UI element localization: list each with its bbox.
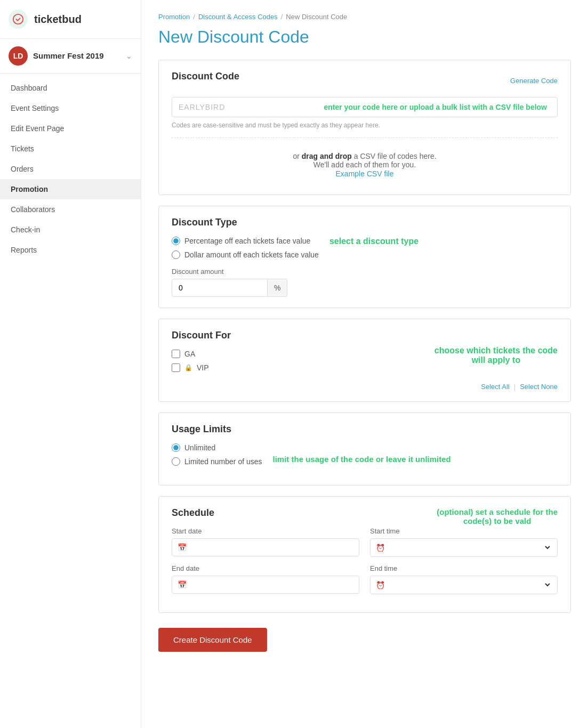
schedule-card: Schedule (optional) set a schedule for t… bbox=[158, 496, 571, 613]
end-time-select[interactable] bbox=[389, 580, 552, 589]
sidebar-item-dashboard[interactable]: Dashboard bbox=[0, 78, 141, 98]
generate-code-link[interactable]: Generate Code bbox=[510, 77, 558, 85]
usage-limited-radio[interactable] bbox=[172, 457, 180, 466]
schedule-title: Schedule bbox=[172, 507, 437, 519]
start-date-label: Start date bbox=[172, 527, 359, 535]
sidebar-nav: Dashboard Event Settings Edit Event Page… bbox=[0, 74, 141, 264]
end-date-input[interactable] bbox=[191, 581, 353, 589]
schedule-header-row: Schedule (optional) set a schedule for t… bbox=[172, 507, 558, 527]
discount-for-top: Discount For GA 🔒 VIP choose which ticke… bbox=[172, 330, 558, 378]
start-time-group: Start time ⏰ bbox=[370, 527, 558, 557]
ticket-checkbox-group: GA 🔒 VIP bbox=[172, 350, 424, 372]
discount-type-percentage[interactable]: Percentage off each tickets face value bbox=[172, 237, 319, 245]
start-time-select[interactable] bbox=[389, 543, 552, 552]
start-time-input-wrapper: ⏰ bbox=[370, 538, 558, 557]
sidebar-item-collaborators[interactable]: Collaborators bbox=[0, 199, 141, 220]
select-all-link[interactable]: Select All bbox=[481, 383, 509, 391]
select-links-sep: | bbox=[514, 383, 515, 391]
breadcrumb-promotion[interactable]: Promotion bbox=[158, 13, 190, 21]
discount-type-hint: select a discount type bbox=[329, 237, 418, 246]
discount-type-dollar[interactable]: Dollar amount off each tickets face valu… bbox=[172, 250, 319, 259]
ticket-ga-checkbox[interactable] bbox=[172, 350, 180, 358]
start-date-input[interactable] bbox=[191, 544, 353, 552]
code-note: Codes are case-sensitive and must be typ… bbox=[172, 122, 558, 129]
ticket-vip-label: VIP bbox=[197, 363, 209, 372]
end-time-input-wrapper: ⏰ bbox=[370, 576, 558, 594]
discount-code-input[interactable] bbox=[172, 97, 558, 117]
csv-post: a CSV file of codes here. bbox=[352, 152, 437, 160]
discount-amount-group: Discount amount % bbox=[172, 268, 558, 297]
usage-limited[interactable]: Limited number of uses bbox=[172, 457, 262, 466]
usage-limits-title: Usage Limits bbox=[172, 424, 558, 435]
select-links: Select All | Select None bbox=[172, 383, 558, 391]
end-time-group: End time ⏰ bbox=[370, 564, 558, 594]
ticket-ga-label: GA bbox=[184, 350, 195, 358]
sidebar-item-check-in[interactable]: Check-in bbox=[0, 220, 141, 240]
end-date-input-wrapper: 📅 bbox=[172, 576, 359, 594]
event-chevron-icon[interactable]: ⌄ bbox=[126, 52, 132, 60]
select-none-link[interactable]: Select None bbox=[520, 383, 558, 391]
date-row-start: Start date 📅 Start time ⏰ bbox=[172, 527, 558, 557]
usage-unlimited-radio[interactable] bbox=[172, 443, 180, 452]
start-date-input-wrapper: 📅 bbox=[172, 538, 359, 556]
csv-sub: We'll add each of them for you. bbox=[172, 160, 558, 169]
usage-unlimited[interactable]: Unlimited bbox=[172, 443, 262, 452]
discount-type-title: Discount Type bbox=[172, 217, 558, 228]
ticket-ga[interactable]: GA bbox=[172, 350, 424, 358]
usage-unlimited-label: Unlimited bbox=[184, 443, 215, 452]
end-time-label: End time bbox=[370, 564, 558, 572]
event-name: Summer Fest 2019 bbox=[33, 51, 120, 61]
discount-for-hint: choose which tickets the code will apply… bbox=[434, 346, 558, 365]
discount-code-title: Discount Code bbox=[172, 71, 239, 82]
code-input-wrapper: enter your code here or upload a bulk li… bbox=[172, 97, 558, 117]
ticket-vip-checkbox[interactable] bbox=[172, 363, 180, 372]
sidebar-item-orders[interactable]: Orders bbox=[0, 159, 141, 179]
csv-pre: or bbox=[293, 152, 301, 160]
sidebar-item-edit-event-page[interactable]: Edit Event Page bbox=[0, 118, 141, 139]
discount-amount-input[interactable] bbox=[172, 279, 268, 297]
discount-for-title: Discount For bbox=[172, 330, 424, 341]
discount-code-header: Discount Code Generate Code bbox=[172, 71, 558, 91]
usage-limited-label: Limited number of uses bbox=[184, 457, 262, 466]
sidebar: ticketbud LD Summer Fest 2019 ⌄ Dashboar… bbox=[0, 0, 141, 728]
sidebar-item-reports[interactable]: Reports bbox=[0, 240, 141, 260]
csv-text: or drag and drop a CSV file of codes her… bbox=[172, 152, 558, 160]
csv-example-link[interactable]: Example CSV file bbox=[336, 169, 394, 178]
main-content: Promotion / Discount & Access Codes / Ne… bbox=[141, 0, 588, 728]
sidebar-item-promotion[interactable]: Promotion bbox=[0, 179, 141, 199]
csv-area: or drag and drop a CSV file of codes her… bbox=[172, 147, 558, 184]
discount-type-dollar-label: Dollar amount off each tickets face valu… bbox=[184, 250, 319, 259]
svg-point-0 bbox=[13, 14, 23, 24]
discount-for-card: Discount For GA 🔒 VIP choose which ticke… bbox=[158, 319, 571, 402]
start-time-label: Start time bbox=[370, 527, 558, 535]
breadcrumb: Promotion / Discount & Access Codes / Ne… bbox=[158, 13, 571, 21]
discount-type-card: Discount Type Percentage off each ticket… bbox=[158, 206, 571, 308]
breadcrumb-sep1: / bbox=[193, 13, 195, 21]
sidebar-item-tickets[interactable]: Tickets bbox=[0, 139, 141, 159]
logo-text: ticketbud bbox=[34, 13, 82, 26]
discount-type-dollar-radio[interactable] bbox=[172, 250, 180, 259]
ticket-vip[interactable]: 🔒 VIP bbox=[172, 363, 424, 372]
sidebar-item-event-settings[interactable]: Event Settings bbox=[0, 98, 141, 118]
logo-icon bbox=[9, 10, 28, 29]
breadcrumb-sep2: / bbox=[281, 13, 283, 21]
usage-hint: limit the usage of the code or leave it … bbox=[273, 455, 451, 464]
usage-limits-row: Unlimited Limited number of uses limit t… bbox=[172, 443, 558, 474]
end-time-clock-icon: ⏰ bbox=[376, 581, 385, 589]
create-discount-button[interactable]: Create Discount Code bbox=[158, 628, 267, 652]
discount-type-percentage-label: Percentage off each tickets face value bbox=[184, 237, 310, 245]
user-avatar: LD bbox=[9, 46, 28, 66]
breadcrumb-discount-access[interactable]: Discount & Access Codes bbox=[198, 13, 278, 21]
discount-amount-suffix: % bbox=[268, 279, 287, 297]
schedule-hint: (optional) set a schedule for the code(s… bbox=[437, 507, 558, 525]
discount-type-row: Percentage off each tickets face value D… bbox=[172, 237, 558, 268]
start-date-group: Start date 📅 bbox=[172, 527, 359, 557]
page-title: New Discount Code bbox=[158, 27, 571, 47]
usage-limits-options: Unlimited Limited number of uses bbox=[172, 443, 262, 474]
discount-type-percentage-radio[interactable] bbox=[172, 237, 180, 245]
lock-icon: 🔒 bbox=[184, 364, 192, 371]
csv-bold: drag and drop bbox=[302, 152, 352, 160]
usage-radio-group: Unlimited Limited number of uses bbox=[172, 443, 262, 466]
discount-type-radio-group: Percentage off each tickets face value D… bbox=[172, 237, 319, 259]
end-date-calendar-icon: 📅 bbox=[178, 580, 187, 589]
